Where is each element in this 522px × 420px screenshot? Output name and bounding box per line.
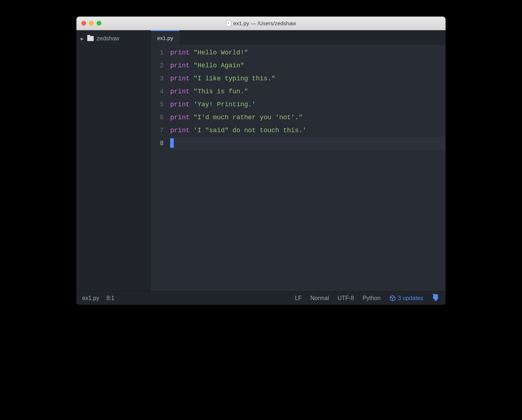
text-token: [190, 62, 194, 69]
zoom-icon[interactable]: [97, 21, 101, 26]
editor-window: ex1.py — /Users/zedshaw ▶ zedshaw ex1.py…: [76, 17, 446, 305]
code-line[interactable]: print "Hello World!": [170, 46, 446, 59]
sidebar-root-folder[interactable]: ▶ zedshaw: [76, 33, 150, 44]
line-number[interactable]: 3: [151, 72, 164, 85]
code-line[interactable]: print "I'd much rather you 'not'.": [170, 111, 446, 124]
line-number[interactable]: 6: [151, 111, 164, 124]
line-number[interactable]: 4: [151, 85, 164, 98]
keyword-token: print: [170, 101, 190, 108]
string-token: "Hello Again": [194, 62, 244, 69]
squirrel-icon[interactable]: [432, 293, 440, 303]
line-number[interactable]: 1: [151, 46, 164, 59]
code-area[interactable]: print "Hello World!"print "Hello Again"p…: [170, 46, 446, 291]
code-line[interactable]: print 'Yay! Printing.': [170, 98, 446, 111]
keyword-token: print: [170, 75, 190, 82]
string-token: "Hello World!": [194, 49, 248, 56]
folder-icon: [87, 36, 94, 41]
titlebar[interactable]: ex1.py — /Users/zedshaw: [76, 17, 446, 30]
statusbar: ex1.py 8:1 LF Normal UTF-8 Python 3 upda…: [76, 291, 446, 305]
text-token: [190, 75, 194, 82]
sidebar[interactable]: ▶ zedshaw: [76, 30, 151, 291]
string-token: 'Yay! Printing.': [194, 101, 256, 108]
string-token: 'I "said" do not touch this.': [194, 127, 306, 134]
text-token: [190, 88, 194, 95]
editor-pane: ex1.py 12345678 print "Hello World!"prin…: [151, 30, 446, 291]
string-token: "I'd much rather you 'not'.": [194, 114, 302, 121]
keyword-token: print: [170, 62, 190, 69]
line-number[interactable]: 2: [151, 59, 164, 72]
line-number[interactable]: 5: [151, 98, 164, 111]
tab-label: ex1.py: [157, 35, 173, 41]
keyword-token: print: [170, 49, 190, 56]
keyword-token: print: [170, 88, 190, 95]
status-updates[interactable]: 3 updates: [389, 295, 423, 301]
window-title: ex1.py — /Users/zedshaw: [76, 20, 446, 27]
status-left: ex1.py 8:1: [82, 295, 114, 301]
tab-bar[interactable]: ex1.py: [151, 30, 446, 45]
text-token: [190, 101, 194, 108]
file-icon: [226, 20, 231, 27]
folder-label: zedshaw: [97, 35, 119, 42]
string-token: "I like typing this.": [194, 75, 275, 82]
traffic-lights: [76, 21, 101, 26]
keyword-token: print: [170, 114, 190, 121]
minimize-icon[interactable]: [89, 21, 94, 26]
text-token: [190, 127, 194, 134]
code-line[interactable]: [170, 137, 446, 150]
updates-label: 3 updates: [398, 295, 423, 301]
code-editor[interactable]: 12345678 print "Hello World!"print "Hell…: [151, 45, 446, 291]
string-token: "This is fun.": [194, 88, 248, 95]
status-encoding[interactable]: UTF-8: [338, 295, 354, 301]
status-eol[interactable]: LF: [295, 295, 302, 301]
line-gutter[interactable]: 12345678: [151, 46, 170, 291]
code-line[interactable]: print "This is fun.": [170, 85, 446, 98]
code-line[interactable]: print 'I "said" do not touch this.': [170, 124, 446, 137]
status-right: LF Normal UTF-8 Python 3 updates: [295, 293, 440, 303]
code-line[interactable]: print "I like typing this.": [170, 72, 446, 85]
code-line[interactable]: print "Hello Again": [170, 59, 446, 72]
close-icon[interactable]: [81, 21, 86, 26]
chevron-right-icon[interactable]: ▶: [81, 37, 84, 41]
text-token: [190, 114, 194, 121]
line-number[interactable]: 7: [151, 124, 164, 137]
status-wrap[interactable]: Normal: [310, 295, 329, 301]
keyword-token: print: [170, 127, 190, 134]
text-cursor: [170, 138, 174, 148]
status-position[interactable]: 8:1: [106, 295, 114, 301]
tab-ex1[interactable]: ex1.py: [151, 30, 180, 45]
line-number[interactable]: 8: [151, 137, 164, 150]
window-body: ▶ zedshaw ex1.py 12345678 print "Hello W…: [76, 30, 446, 291]
status-file[interactable]: ex1.py: [82, 295, 99, 301]
package-icon: [389, 295, 396, 301]
status-language[interactable]: Python: [363, 295, 381, 301]
window-title-text: ex1.py — /Users/zedshaw: [233, 20, 296, 26]
text-token: [190, 49, 194, 56]
